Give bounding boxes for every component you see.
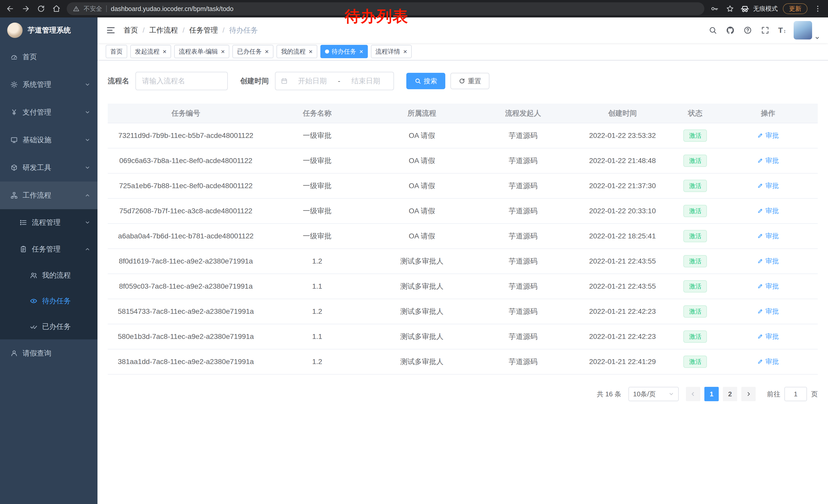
next-page-button[interactable] (741, 387, 756, 401)
goto-page-input[interactable] (784, 387, 807, 401)
search-button[interactable]: 搜索 (406, 73, 445, 89)
approve-link[interactable]: 审批 (757, 181, 779, 190)
key-icon (710, 5, 719, 13)
back-button[interactable] (5, 4, 15, 14)
app-logo[interactable]: 芋道管理系统 (0, 17, 97, 43)
pencil-icon (757, 157, 763, 164)
cell-create-time: 2022-01-21 22:41:29 (573, 349, 672, 374)
sidebar-item-payment[interactable]: 支付管理 (0, 98, 97, 126)
status-badge: 激活 (683, 356, 707, 368)
breadcrumb-item[interactable]: 任务管理 (189, 26, 218, 35)
tab-tag[interactable]: 待办任务× (320, 45, 368, 58)
github-icon[interactable] (726, 26, 735, 35)
breadcrumb-item[interactable]: 工作流程 (149, 26, 178, 35)
cell-create-time: 2022-01-22 23:53:32 (573, 123, 672, 148)
tab-tag[interactable]: 发起流程× (130, 45, 171, 58)
page-size-select[interactable]: 10条/页 (628, 387, 679, 401)
breadcrumb-item[interactable]: 首页 (124, 26, 138, 35)
cell-starter: 芋道源码 (473, 198, 573, 224)
sidebar-item-workflow[interactable]: 工作流程 (0, 182, 97, 209)
sidebar-item-task-mgmt[interactable]: 任务管理 (0, 236, 97, 263)
close-icon[interactable]: × (309, 48, 313, 55)
update-button[interactable]: 更新 (783, 3, 808, 14)
sidebar-item-system[interactable]: 系统管理 (0, 71, 97, 98)
browser-menu-button[interactable] (813, 4, 823, 14)
sidebar-item-label: 已办任务 (42, 322, 71, 331)
table-row: 069c6a63-7b8a-11ec-8ef0-acde48001122 一级审… (108, 148, 818, 173)
task-icon (19, 245, 27, 253)
close-icon[interactable]: × (265, 48, 268, 55)
approve-link[interactable]: 审批 (757, 207, 779, 215)
home-button[interactable] (51, 4, 61, 14)
close-icon[interactable]: × (359, 48, 363, 55)
warning-icon (73, 5, 80, 12)
tab-tag[interactable]: 流程详情× (371, 45, 412, 58)
cell-process: OA 请假 (370, 173, 473, 198)
total-count: 共 16 条 (597, 390, 621, 399)
date-range-picker[interactable]: 开始日期 - 结束日期 (275, 72, 394, 90)
table-row: a6aba0a4-7b6d-11ec-b781-acde48001122 一级审… (108, 224, 818, 249)
cell-task-name: 一级审批 (264, 224, 370, 249)
sidebar-item-todo-task[interactable]: 待办任务 (0, 288, 97, 314)
tab-tag[interactable]: 首页 (106, 45, 127, 58)
approve-link[interactable]: 审批 (757, 257, 779, 266)
reload-button[interactable] (36, 4, 46, 14)
sidebar-item-infrastructure[interactable]: 基础设施 (0, 126, 97, 154)
eye-icon (30, 297, 37, 305)
approve-link[interactable]: 审批 (757, 307, 779, 316)
status-badge: 激活 (683, 154, 707, 167)
active-dot (325, 49, 329, 54)
approve-link[interactable]: 审批 (757, 282, 779, 291)
search-icon[interactable] (708, 26, 717, 35)
breadcrumb-separator: / (142, 26, 145, 34)
forward-button[interactable] (20, 4, 31, 14)
close-icon[interactable]: × (403, 48, 407, 55)
sidebar-item-label: 系统管理 (23, 80, 51, 89)
tab-tag[interactable]: 已办任务× (233, 45, 273, 58)
cell-starter: 芋道源码 (473, 324, 573, 349)
sidebar-item-process-mgmt[interactable]: 流程管理 (0, 209, 97, 236)
fullscreen-icon[interactable] (761, 26, 770, 35)
sidebar-item-my-process[interactable]: 我的流程 (0, 263, 97, 288)
status-badge: 激活 (683, 330, 707, 343)
table-row: 73211d9d-7b9b-11ec-b5b7-acde48001122 一级审… (108, 123, 818, 148)
cell-status: 激活 (672, 274, 718, 299)
chevron-up-icon (85, 192, 90, 198)
cell-create-time: 2022-01-22 20:33:10 (573, 198, 672, 224)
sidebar-item-leave-query[interactable]: 请假查询 (0, 339, 97, 367)
chevron-down-icon (85, 109, 90, 115)
tab-tag[interactable]: 我的流程× (277, 45, 317, 58)
approve-link[interactable]: 审批 (757, 357, 779, 366)
table-row: 8f0d1619-7ac8-11ec-a9e2-a2380e71991a 1.2… (108, 249, 818, 274)
sidebar-menu: 首页系统管理支付管理基础设施研发工具工作流程流程管理任务管理我的流程待办任务已办… (0, 43, 97, 504)
question-icon[interactable] (743, 26, 752, 35)
reset-button[interactable]: 重置 (450, 73, 489, 89)
page-number-2[interactable]: 2 (723, 387, 737, 401)
approve-link[interactable]: 审批 (757, 131, 779, 140)
close-icon[interactable]: × (221, 48, 225, 55)
process-name-input[interactable] (135, 72, 228, 90)
sidebar-item-done-task[interactable]: 已办任务 (0, 314, 97, 339)
approve-link[interactable]: 审批 (757, 156, 779, 165)
task-table: 任务编号任务名称所属流程流程发起人创建时间状态操作 73211d9d-7b9b-… (108, 103, 818, 374)
user-avatar[interactable] (794, 21, 812, 40)
tab-tag[interactable]: 流程表单-编辑× (174, 45, 229, 58)
annotation-text: 待办列表 (345, 6, 408, 27)
cell-process: OA 请假 (370, 224, 473, 249)
approve-link[interactable]: 审批 (757, 332, 779, 341)
hamburger-icon[interactable] (106, 25, 116, 35)
column-header: 任务名称 (264, 103, 370, 123)
pencil-icon (757, 283, 763, 289)
prev-page-button[interactable] (686, 387, 700, 401)
pagination: 共 16 条 10条/页 12 前往 页 (108, 387, 818, 401)
bookmark-star-icon[interactable] (725, 4, 735, 14)
table-row: 58154733-7ac8-11ec-a9e2-a2380e71991a 1.2… (108, 299, 818, 324)
approve-link[interactable]: 审批 (757, 231, 779, 240)
cell-process: 测试多审批人 (370, 349, 473, 374)
close-icon[interactable]: × (163, 48, 166, 55)
key-icon[interactable] (709, 4, 720, 14)
page-number-1[interactable]: 1 (704, 387, 719, 401)
sidebar-item-dev-tools[interactable]: 研发工具 (0, 154, 97, 182)
font-size-icon[interactable]: T↕ (778, 26, 786, 35)
sidebar-item-home[interactable]: 首页 (0, 43, 97, 71)
